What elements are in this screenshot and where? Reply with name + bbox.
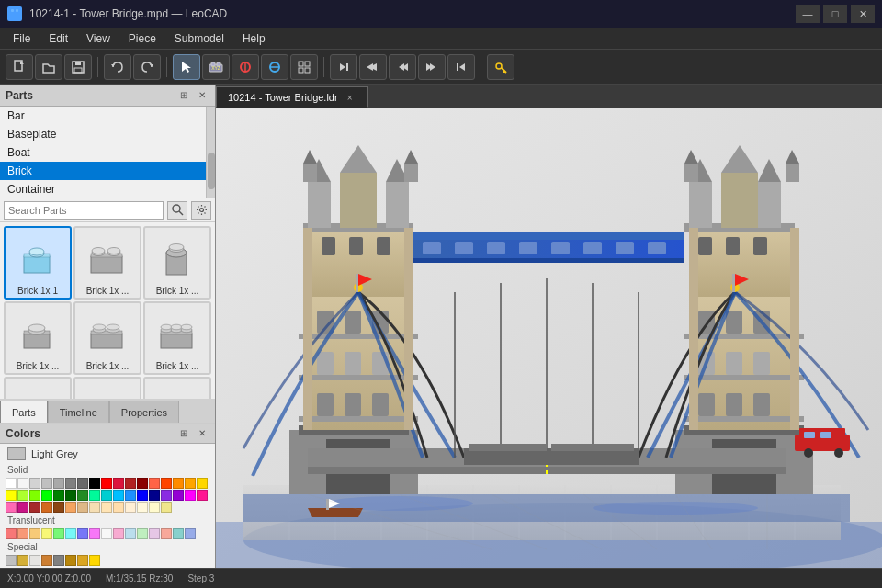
- part-item-2[interactable]: Brick 1x ...: [74, 226, 141, 300]
- color-cell[interactable]: [173, 528, 184, 539]
- part-item-7[interactable]: Brick 1x ...: [4, 377, 72, 399]
- color-cell[interactable]: [53, 478, 64, 489]
- color-cell[interactable]: [173, 490, 184, 501]
- open-button[interactable]: [35, 54, 62, 80]
- color-cell[interactable]: [137, 502, 148, 513]
- redo-button[interactable]: [133, 54, 161, 80]
- color-cell[interactable]: [77, 555, 88, 566]
- colors-close-icon[interactable]: ✕: [195, 426, 209, 441]
- category-boat[interactable]: Boat: [0, 143, 206, 162]
- color-cell[interactable]: [29, 528, 40, 539]
- color-cell[interactable]: [137, 478, 148, 489]
- color-cell[interactable]: [17, 502, 28, 513]
- color-cell[interactable]: [17, 478, 28, 489]
- menu-piece[interactable]: Piece: [119, 30, 165, 47]
- select-tool[interactable]: [173, 54, 200, 80]
- color-cell[interactable]: [185, 528, 196, 539]
- prev-step-button[interactable]: [359, 54, 387, 80]
- color-cell[interactable]: [29, 555, 40, 566]
- color-cell[interactable]: [101, 502, 112, 513]
- color-cell[interactable]: [113, 528, 124, 539]
- color-cell[interactable]: [77, 528, 88, 539]
- color-cell[interactable]: [89, 528, 100, 539]
- category-container[interactable]: Container: [0, 180, 206, 198]
- tab-parts[interactable]: Parts: [0, 401, 48, 423]
- color-cell[interactable]: [197, 478, 208, 489]
- tab-properties[interactable]: Properties: [109, 401, 179, 423]
- color-cell[interactable]: [161, 490, 172, 501]
- part-item-3[interactable]: Brick 1x ...: [143, 226, 211, 300]
- color-cell[interactable]: [89, 502, 100, 513]
- color-cell[interactable]: [185, 490, 196, 501]
- color-cell[interactable]: [41, 490, 52, 501]
- color-cell[interactable]: [125, 478, 136, 489]
- color-cell[interactable]: [89, 478, 100, 489]
- maximize-button[interactable]: □: [823, 5, 847, 23]
- color-cell[interactable]: [197, 490, 208, 501]
- next-button[interactable]: [418, 54, 446, 80]
- part-item-5[interactable]: Brick 1x ...: [74, 301, 141, 375]
- color-cell[interactable]: [65, 490, 76, 501]
- color-cell[interactable]: [65, 555, 76, 566]
- viewport-tab-close[interactable]: ×: [344, 91, 356, 104]
- magnet-tool-2[interactable]: [261, 54, 288, 80]
- color-cell[interactable]: [6, 490, 17, 501]
- color-cell[interactable]: [185, 478, 196, 489]
- insert-tool[interactable]: XYZ: [202, 54, 230, 80]
- category-bar[interactable]: Bar: [0, 107, 206, 125]
- color-cell[interactable]: [77, 502, 88, 513]
- color-cell[interactable]: [77, 478, 88, 489]
- settings-button[interactable]: [191, 201, 211, 220]
- color-cell[interactable]: [125, 490, 136, 501]
- color-cell[interactable]: [6, 555, 17, 566]
- color-cell[interactable]: [29, 502, 40, 513]
- color-cell[interactable]: [89, 490, 100, 501]
- color-cell[interactable]: [65, 528, 76, 539]
- color-cell[interactable]: [65, 502, 76, 513]
- undo-button[interactable]: [104, 54, 131, 80]
- color-cell[interactable]: [41, 555, 52, 566]
- last-step-button[interactable]: [447, 54, 475, 80]
- color-cell[interactable]: [29, 490, 40, 501]
- part-item-4[interactable]: Brick 1x ...: [4, 301, 72, 375]
- search-button[interactable]: [167, 201, 187, 220]
- key-button[interactable]: [487, 54, 514, 80]
- colors-expand-icon[interactable]: ⊞: [176, 426, 191, 441]
- part-item-8[interactable]: Brick 1x ...: [74, 377, 141, 399]
- color-cell[interactable]: [53, 490, 64, 501]
- menu-file[interactable]: File: [4, 30, 40, 47]
- menu-view[interactable]: View: [77, 30, 119, 47]
- color-cell[interactable]: [6, 478, 17, 489]
- color-cell[interactable]: [101, 478, 112, 489]
- prev-button[interactable]: [389, 54, 416, 80]
- first-step-button[interactable]: [330, 54, 357, 80]
- close-button[interactable]: ✕: [851, 5, 875, 23]
- menu-submodel[interactable]: Submodel: [165, 30, 233, 47]
- part-item-brick-1x1[interactable]: Brick 1x 1: [4, 226, 72, 300]
- panel-expand-icon[interactable]: ⊞: [176, 88, 191, 103]
- color-cell[interactable]: [113, 502, 124, 513]
- color-cell[interactable]: [53, 555, 64, 566]
- minimize-button[interactable]: —: [796, 5, 820, 23]
- search-input[interactable]: [4, 201, 164, 220]
- category-brick[interactable]: Brick: [0, 162, 206, 180]
- category-scrollbar[interactable]: [206, 107, 215, 198]
- color-cell[interactable]: [125, 528, 136, 539]
- color-cell[interactable]: [53, 528, 64, 539]
- category-baseplate[interactable]: Baseplate: [0, 125, 206, 143]
- color-cell[interactable]: [173, 478, 184, 489]
- tab-timeline[interactable]: Timeline: [48, 401, 109, 423]
- part-item-6[interactable]: Brick 1x ...: [143, 301, 211, 375]
- magnet-tool-1[interactable]: [232, 54, 259, 80]
- viewport-tab[interactable]: 10214 - Tower Bridge.ldr ×: [216, 86, 368, 108]
- save-button[interactable]: [64, 54, 92, 80]
- color-cell[interactable]: [113, 478, 124, 489]
- panel-close-icon[interactable]: ✕: [195, 88, 209, 103]
- color-cell[interactable]: [149, 502, 160, 513]
- color-cell[interactable]: [6, 528, 17, 539]
- color-cell[interactable]: [161, 478, 172, 489]
- color-cell[interactable]: [149, 478, 160, 489]
- color-cell[interactable]: [77, 490, 88, 501]
- color-cell[interactable]: [137, 490, 148, 501]
- part-item-9[interactable]: Brick 1x ...: [143, 377, 211, 399]
